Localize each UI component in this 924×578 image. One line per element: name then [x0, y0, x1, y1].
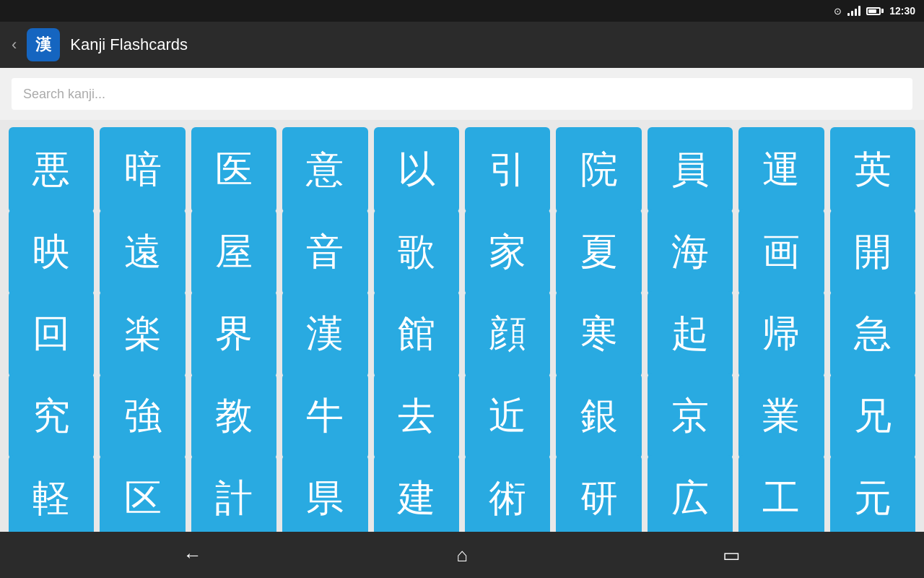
search-bar — [0, 68, 924, 120]
kanji-card[interactable]: 急 — [830, 291, 915, 376]
kanji-card[interactable]: 去 — [374, 374, 459, 459]
kanji-card[interactable]: 医 — [191, 127, 276, 212]
kanji-grid: 悪暗医意以引院員運英映遠屋音歌家夏海画開回楽界漢館顔寒起帰急究強教牛去近銀京業兄… — [0, 120, 924, 532]
kanji-card[interactable]: 員 — [648, 127, 733, 212]
kanji-card[interactable]: 画 — [738, 210, 824, 295]
kanji-card[interactable]: 悪 — [9, 127, 94, 212]
signal-icon — [847, 6, 860, 16]
kanji-card[interactable]: 海 — [648, 210, 733, 295]
kanji-card[interactable]: 館 — [374, 291, 459, 376]
kanji-card[interactable]: 寒 — [556, 291, 641, 376]
kanji-card[interactable]: 建 — [374, 455, 459, 532]
status-bar: ⊙ 12:30 — [0, 0, 924, 22]
kanji-card[interactable]: 屋 — [191, 210, 276, 295]
nav-back-button[interactable]: ← — [171, 540, 214, 569]
nav-recent-button[interactable]: ▭ — [710, 540, 753, 569]
kanji-card[interactable]: 遠 — [100, 210, 185, 295]
kanji-card[interactable]: 顔 — [465, 291, 550, 376]
kanji-card[interactable]: 開 — [830, 210, 915, 295]
kanji-card[interactable]: 以 — [374, 127, 459, 212]
kanji-card[interactable]: 起 — [648, 291, 733, 376]
kanji-card[interactable]: 軽 — [9, 455, 94, 532]
kanji-card[interactable]: 兄 — [830, 374, 915, 459]
kanji-card[interactable]: 家 — [465, 210, 550, 295]
kanji-card[interactable]: 究 — [9, 374, 94, 459]
kanji-card[interactable]: 英 — [830, 127, 915, 212]
app-logo: 漢 — [27, 28, 60, 61]
kanji-card[interactable]: 銀 — [556, 374, 641, 459]
app-title: Kanji Flashcards — [70, 35, 188, 54]
nav-home-button[interactable]: ⌂ — [440, 540, 484, 569]
bottom-nav: ← ⌂ ▭ — [0, 532, 924, 578]
kanji-card[interactable]: 強 — [100, 374, 185, 459]
kanji-card[interactable]: 引 — [465, 127, 550, 212]
kanji-card[interactable]: 漢 — [282, 291, 367, 376]
kanji-card[interactable]: 術 — [465, 455, 550, 532]
kanji-card[interactable]: 帰 — [738, 291, 824, 376]
kanji-card[interactable]: 回 — [9, 291, 94, 376]
kanji-card[interactable]: 県 — [282, 455, 367, 532]
kanji-card[interactable]: 歌 — [374, 210, 459, 295]
search-input[interactable] — [12, 78, 912, 110]
kanji-card[interactable]: 界 — [191, 291, 276, 376]
kanji-card[interactable]: 計 — [191, 455, 276, 532]
battery-icon — [866, 7, 884, 15]
kanji-card[interactable]: 院 — [556, 127, 641, 212]
kanji-card[interactable]: 牛 — [282, 374, 367, 459]
kanji-card[interactable]: 業 — [738, 374, 824, 459]
kanji-card[interactable]: 音 — [282, 210, 367, 295]
kanji-card[interactable]: 映 — [9, 210, 94, 295]
kanji-card[interactable]: 意 — [282, 127, 367, 212]
kanji-card[interactable]: 広 — [648, 455, 733, 532]
back-button[interactable]: ‹ — [12, 35, 17, 54]
kanji-card[interactable]: 夏 — [556, 210, 641, 295]
kanji-card[interactable]: 楽 — [100, 291, 185, 376]
kanji-card[interactable]: 教 — [191, 374, 276, 459]
wifi-icon: ⊙ — [834, 6, 842, 17]
kanji-card[interactable]: 区 — [100, 455, 185, 532]
kanji-card[interactable]: 暗 — [100, 127, 185, 212]
kanji-card[interactable]: 近 — [465, 374, 550, 459]
kanji-card[interactable]: 工 — [738, 455, 824, 532]
kanji-card[interactable]: 元 — [830, 455, 915, 532]
kanji-card[interactable]: 研 — [556, 455, 641, 532]
kanji-card[interactable]: 京 — [648, 374, 733, 459]
app-bar: ‹ 漢 Kanji Flashcards — [0, 22, 924, 68]
time-display: 12:30 — [889, 5, 915, 17]
kanji-card[interactable]: 運 — [738, 127, 824, 212]
